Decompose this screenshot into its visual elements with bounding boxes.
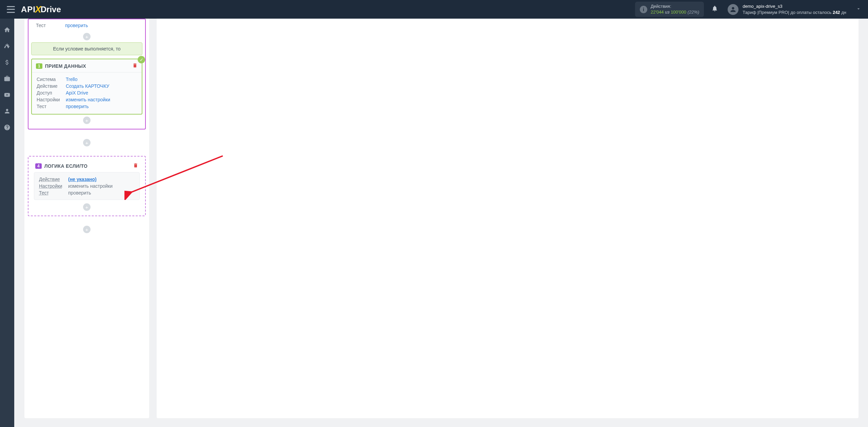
test-link[interactable]: проверить [66,104,89,109]
add-step-button[interactable]: + [83,117,91,124]
logo-api: API [21,5,36,14]
logic-rows: Действие(не указано) Настройкиизменить н… [34,172,140,200]
action-link[interactable]: Создать КАРТОЧКУ [66,83,109,89]
user-info[interactable]: demo_apix-drive_s3 Тариф |Премиум PRO| д… [743,3,846,15]
data-receive-step-card[interactable]: ✓ 1 ПРИЕМ ДАННЫХ СистемаTrello ДействиеС… [31,59,142,115]
user-avatar[interactable] [728,4,738,15]
partial-test-row: Тест проверить [31,22,142,31]
test-text: проверить [68,190,91,196]
youtube-icon[interactable] [3,91,11,99]
help-icon[interactable] [3,124,11,131]
row-system: СистемаTrello [37,76,137,83]
settings-link[interactable]: изменить настройки [66,97,110,102]
status-complete-icon: ✓ [138,56,145,63]
detail-panel [157,19,859,418]
add-step-button[interactable]: + [83,203,91,211]
delete-step-button[interactable] [132,63,138,69]
main-content: Тест проверить + Если условие выполняетс… [14,19,868,427]
logic-block-wrapper: 4 ЛОГИКА ЕСЛИ/ТО Действие(не указано) На… [28,156,146,216]
row-access: ДоступApiX Drive [37,89,137,96]
step-title: ПРИЕМ ДАННЫХ [45,63,86,69]
condition-banner: Если условие выполняется, то [31,42,142,55]
step-rows: СистемаTrello ДействиеСоздать КАРТОЧКУ Д… [32,73,142,114]
row-action: Действие(не указано) [39,176,135,183]
app-header: APIXDrive i Действия: 22'044 из 100'000 … [0,0,868,19]
row-settings: Настройкиизменить настройки [39,183,135,189]
info-icon: i [640,6,647,13]
flow-builder-column: Тест проверить + Если условие выполняетс… [24,19,149,418]
user-menu-chevron-icon[interactable] [856,6,861,13]
home-icon[interactable] [3,26,11,34]
actions-usage-text: Действия: 22'044 из 100'000 (22%) [651,4,699,15]
sidebar-nav [0,19,14,427]
step-title: ЛОГИКА ЕСЛИ/ТО [44,163,87,169]
briefcase-icon[interactable] [3,75,11,82]
add-step-button[interactable]: + [83,33,91,40]
delete-step-button[interactable] [133,163,138,169]
logo-drive: Drive [41,5,61,14]
logic-header: 4 ЛОГИКА ЕСЛИ/ТО [31,159,142,172]
user-icon[interactable] [3,107,11,115]
row-test: Тестпроверить [37,103,137,110]
add-block-button[interactable]: + [83,226,91,233]
sitemap-icon[interactable] [3,42,11,50]
access-link[interactable]: ApiX Drive [66,90,88,96]
flow-block-wrapper: Тест проверить + Если условие выполняетс… [28,19,146,129]
step-number-badge: 4 [35,163,42,169]
system-link[interactable]: Trello [66,77,78,82]
row-action: ДействиеСоздать КАРТОЧКУ [37,83,137,89]
settings-text: изменить настройки [68,183,113,189]
app-logo[interactable]: APIXDrive [21,4,61,15]
menu-toggle-button[interactable] [7,6,15,13]
step-number-badge: 1 [36,63,42,69]
row-test: Тестпроверить [39,189,135,196]
add-block-button[interactable]: + [83,139,91,146]
step-header: 1 ПРИЕМ ДАННЫХ [32,59,142,73]
actions-usage-badge[interactable]: i Действия: 22'044 из 100'000 (22%) [635,2,704,17]
row-settings: Настройкиизменить настройки [37,96,137,103]
dollar-icon[interactable] [3,59,11,66]
test-link[interactable]: проверить [65,23,88,28]
notifications-button[interactable] [711,5,718,14]
action-not-specified-link[interactable]: (не указано) [68,177,97,182]
